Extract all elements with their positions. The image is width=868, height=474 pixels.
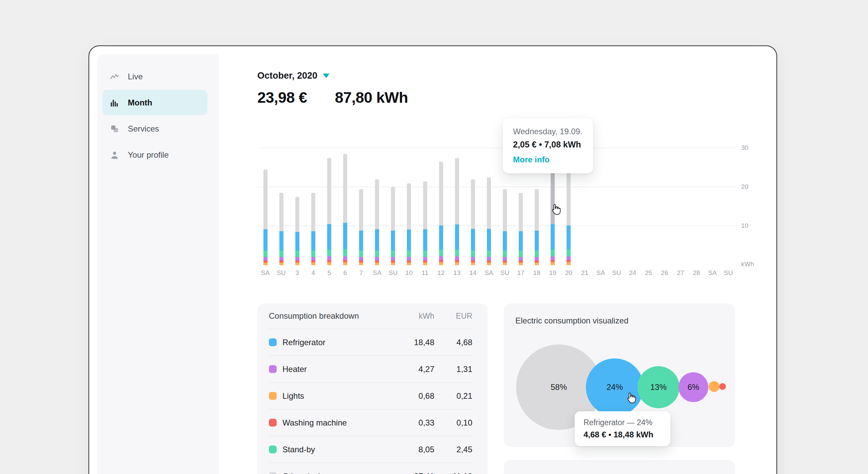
stacked-bar-day-11[interactable]	[423, 181, 427, 265]
bar-segment-other	[391, 187, 395, 231]
bar-segment-other	[359, 189, 363, 231]
sidebar: LiveMonthServicesYour profile	[97, 54, 219, 474]
stacked-bar-day-20[interactable]	[567, 164, 571, 265]
stacked-bar-day-12[interactable]	[439, 162, 443, 265]
sidebar-item-profile[interactable]: Your profile	[102, 142, 208, 167]
stacked-bar-day-18[interactable]	[535, 189, 539, 265]
category-color-swatch	[269, 392, 277, 400]
stacked-bar-day-7[interactable]	[359, 189, 363, 265]
visualized-title: Electric consumption visualized	[515, 316, 628, 325]
stacked-bar-day-10[interactable]	[407, 183, 411, 265]
bar-segment-heater	[343, 256, 347, 260]
bar-segment-stand_by	[391, 251, 395, 257]
bar-segment-other	[279, 193, 283, 231]
table-row: Washing machine0,330,10	[269, 409, 472, 436]
sidebar-item-live[interactable]: Live	[102, 64, 208, 89]
bar-segment-heater	[407, 257, 411, 260]
bar-segment-refrigerator	[551, 224, 555, 250]
bubble-percentage: 24%	[607, 382, 623, 392]
x-axis-label: SU	[273, 269, 289, 277]
bubble-heater[interactable]: 6%	[678, 372, 708, 402]
stacked-bar-day-SA[interactable]	[263, 170, 268, 265]
kwh-value: 37,41	[397, 472, 434, 474]
bar-segment-stand_by	[311, 251, 315, 257]
bar-segment-stand_by	[263, 251, 268, 257]
category-color-swatch	[269, 419, 277, 427]
sidebar-item-month[interactable]: Month	[102, 90, 208, 115]
bar-segment-stand_by	[343, 249, 347, 256]
eur-value: 1,31	[434, 364, 472, 374]
bar-segment-stand_by	[535, 251, 539, 257]
consumption-visualized-card: Electric consumption visualized 58%24%13…	[504, 303, 735, 447]
sidebar-item-label: Services	[128, 124, 159, 134]
bar-segment-lights	[311, 262, 315, 265]
bubble-refrigerator[interactable]: 24%	[586, 358, 644, 416]
total-energy: 87,80 kWh	[335, 89, 408, 106]
bubble-tooltip: Refrigerator — 24% 4,68 € • 18,48 kWh	[575, 411, 670, 446]
bar-segment-refrigerator	[327, 224, 331, 250]
bar-segment-stand_by	[439, 250, 443, 256]
bubble-washing-machine[interactable]	[719, 383, 726, 390]
sidebar-item-label: Your profile	[128, 150, 169, 160]
bar-segment-refrigerator	[455, 224, 459, 250]
bar-segment-heater	[567, 256, 571, 260]
consumption-breakdown-card: Consumption breakdown kWh EUR Refrigerat…	[257, 303, 488, 474]
stacked-bar-day-19[interactable]	[551, 160, 555, 265]
live-icon	[110, 72, 120, 82]
stacked-bar-day-5[interactable]	[327, 158, 331, 265]
bar-segment-other	[295, 197, 299, 232]
x-axis-label: 28	[689, 269, 705, 277]
period-label: October, 2020	[257, 71, 317, 81]
bar-segment-refrigerator	[375, 229, 379, 251]
stacked-bar-day-17[interactable]	[519, 193, 523, 265]
stacked-bar-day-3[interactable]	[295, 197, 299, 265]
x-axis-label: 27	[672, 269, 688, 277]
bar-segment-refrigerator	[535, 231, 539, 251]
bar-segment-refrigerator	[567, 225, 571, 250]
bar-segment-refrigerator	[407, 230, 411, 251]
bar-segment-stand_by	[359, 251, 363, 257]
period-selector[interactable]: October, 2020	[257, 71, 330, 81]
next-section-card	[504, 460, 735, 474]
bubble-lights[interactable]	[709, 381, 719, 392]
bar-segment-refrigerator	[439, 225, 443, 250]
sidebar-item-label: Live	[128, 72, 143, 81]
stacked-bar-day-SA[interactable]	[487, 177, 491, 265]
bar-segment-lights	[455, 262, 459, 265]
x-axis-label: SU	[609, 269, 625, 277]
x-axis-label: 11	[417, 269, 433, 277]
category-color-swatch	[269, 338, 277, 346]
y-axis-tick: 30	[741, 144, 748, 152]
stacked-bar-day-4[interactable]	[311, 193, 315, 265]
main-content: October, 2020 23,98 € 87,80 kWh 302010kW…	[219, 54, 768, 474]
bar-segment-refrigerator	[487, 229, 491, 251]
y-axis-tick: 20	[741, 183, 748, 191]
bar-segment-stand_by	[407, 251, 411, 257]
bubble-percentage: 58%	[551, 382, 567, 392]
stacked-bar-day-SU[interactable]	[503, 189, 507, 265]
stacked-bar-day-14[interactable]	[471, 179, 475, 265]
more-info-link[interactable]: More info	[513, 155, 583, 164]
bar-segment-stand_by	[295, 251, 299, 257]
stacked-bar-day-SA[interactable]	[375, 179, 379, 265]
x-axis-label: 10	[401, 269, 417, 277]
stacked-bar-day-6[interactable]	[343, 154, 347, 265]
desktop-background: LiveMonthServicesYour profile October, 2…	[0, 0, 868, 474]
bar-segment-lights	[343, 262, 347, 265]
bar-segment-other	[439, 162, 443, 225]
x-axis-label: 18	[529, 269, 545, 277]
bar-segment-heater	[279, 257, 283, 260]
bar-segment-other	[311, 193, 315, 231]
sidebar-item-services[interactable]: Services	[102, 116, 208, 141]
bubble-tooltip-title: Refrigerator — 24%	[584, 418, 662, 427]
bubble-stand-by[interactable]: 13%	[637, 366, 679, 408]
eur-value: 4,68	[434, 338, 472, 347]
stacked-bar-day-13[interactable]	[455, 158, 459, 265]
stacked-bar-day-SU[interactable]	[279, 193, 283, 265]
category-color-swatch	[269, 365, 277, 373]
month-icon	[110, 98, 120, 108]
stacked-bar-day-SU[interactable]	[391, 187, 395, 265]
x-axis-label: 6	[337, 269, 353, 277]
table-row: Stand-by8,052,45	[269, 436, 472, 462]
bar-segment-lights	[407, 262, 411, 265]
